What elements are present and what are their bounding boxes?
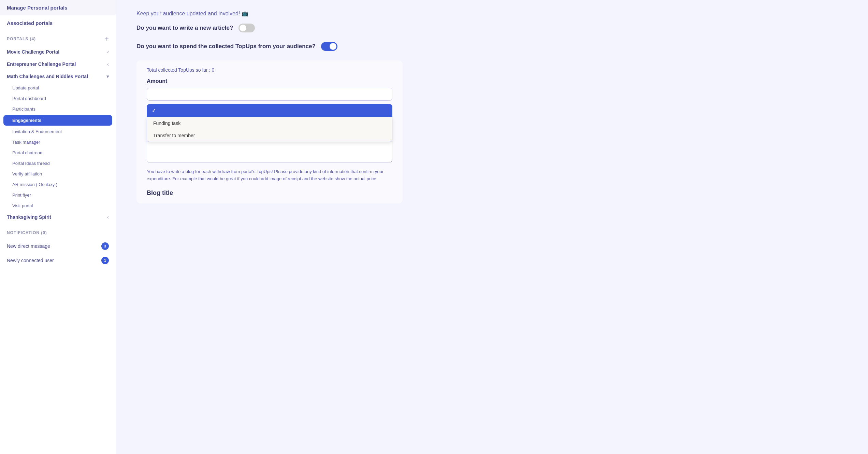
dropdown-option-transfer[interactable]: Transfer to member (147, 129, 392, 142)
new-article-row: Do you want to write a new article? (136, 24, 848, 32)
chevron-icon-entrepreuner: ‹ (107, 61, 109, 67)
notification-section-label: NOTIFICATION (0) (7, 230, 47, 235)
sidebar: Manage Personal portals Associated porta… (0, 0, 116, 454)
sub-engagements[interactable]: Engagements (3, 115, 112, 126)
chevron-icon-math: ▾ (106, 74, 109, 79)
amount-label: Amount (147, 78, 392, 84)
sub-portal-dashboard[interactable]: Portal dashboard (0, 93, 116, 104)
sub-task-manager[interactable]: Task manager (0, 137, 116, 147)
notification-item-dm[interactable]: New direct message 3 (0, 239, 116, 253)
dropdown-options: Funding task Transfer to member (147, 117, 392, 142)
sub-verify-affiliation[interactable]: Verify affiliation (0, 169, 116, 179)
portal-name-math: Math Challenges and Riddles Portal (7, 74, 88, 79)
sub-portal-ideas-thread[interactable]: Portal Ideas thread (0, 158, 116, 169)
sub-update-portal[interactable]: Update portal (0, 83, 116, 93)
sub-visit-portal[interactable]: Visit portal (0, 200, 116, 211)
add-portal-button[interactable]: + (105, 36, 109, 42)
new-article-toggle[interactable] (238, 24, 255, 32)
portal-item-math[interactable]: Math Challenges and Riddles Portal ▾ (0, 70, 116, 83)
notification-connected-label: Newly connected user (7, 258, 54, 263)
notification-item-connected[interactable]: Newly connected user 1 (0, 253, 116, 268)
associated-portals-link[interactable]: Associated portals (0, 15, 116, 31)
amount-input[interactable] (147, 88, 392, 101)
portal-item-thanksgiving[interactable]: Thanksgiving Spirit ‹ (0, 211, 116, 223)
topups-label: Do you want to spend the collected TopUp… (136, 43, 316, 50)
topups-toggle[interactable] (321, 42, 337, 51)
topup-info: Total collected TopUps so far : 0 (147, 67, 392, 73)
intro-text: Keep your audience updated and involved!… (136, 10, 848, 17)
portal-name-movie: Movie Challenge Portal (7, 49, 59, 55)
notification-dm-label: New direct message (7, 243, 50, 249)
topup-box: Total collected TopUps so far : 0 Amount… (136, 60, 403, 203)
main-content: Keep your audience updated and involved!… (116, 0, 868, 454)
sub-portal-chatroom[interactable]: Portal chatroom (0, 147, 116, 158)
dropdown-container: ✓ Funding task Transfer to member (147, 104, 392, 117)
dropdown-selected[interactable]: ✓ (147, 104, 392, 117)
check-icon: ✓ (152, 108, 156, 113)
notification-dm-badge: 3 (101, 242, 109, 250)
sub-ar-mission[interactable]: AR mission ( Oculaxy ) (0, 179, 116, 190)
dropdown-option-funding[interactable]: Funding task (147, 117, 392, 129)
topup-info-text: You have to write a blog for each withdr… (147, 168, 392, 183)
portal-item-entrepreuner[interactable]: Entrepreuner Challenge Portal ‹ (0, 58, 116, 70)
sub-participants[interactable]: Participants (0, 104, 116, 114)
manage-personal-portals-link[interactable]: Manage Personal portals (0, 0, 116, 15)
portal-item-movie[interactable]: Movie Challenge Portal ‹ (0, 46, 116, 58)
chevron-icon-movie: ‹ (107, 49, 109, 55)
chevron-icon-thanksgiving: ‹ (107, 214, 109, 220)
blog-title-label: Blog title (147, 189, 392, 197)
portals-section-label: PORTALS (4) (7, 37, 36, 41)
notification-section: NOTIFICATION (0) (0, 226, 116, 239)
math-sub-items: Update portal Portal dashboard Participa… (0, 83, 116, 211)
portal-name-thanksgiving: Thanksgiving Spirit (7, 214, 51, 220)
topups-row: Do you want to spend the collected TopUp… (136, 42, 848, 51)
sub-invitation-endorsement[interactable]: Invitation & Endorsement (0, 126, 116, 137)
notification-connected-badge: 1 (101, 257, 109, 264)
new-article-label: Do you want to write a new article? (136, 25, 233, 31)
portals-section-header: PORTALS (4) + (0, 32, 116, 46)
sub-print-flyer[interactable]: Print flyer (0, 190, 116, 200)
portal-name-entrepreuner: Entrepreuner Challenge Portal (7, 61, 76, 67)
